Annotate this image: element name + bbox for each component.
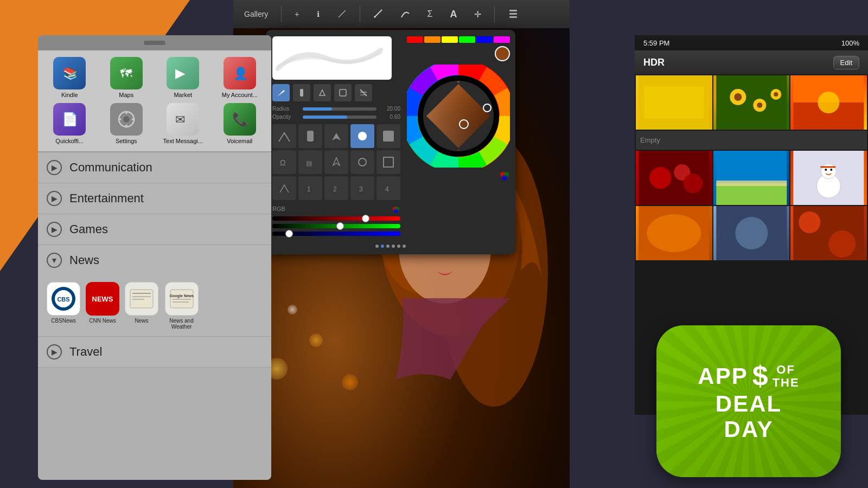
r-slider[interactable] <box>272 216 400 221</box>
app-item-quickoffice[interactable]: 📄 Quickoffi... <box>43 103 96 145</box>
sigma-btn[interactable]: Σ <box>423 7 437 21</box>
svg-line-28 <box>374 16 375 17</box>
brush-tool-2[interactable] <box>293 84 310 101</box>
brush-cell-6[interactable]: Ω <box>272 150 296 174</box>
photo-abstract2[interactable] <box>713 206 790 260</box>
news-app-cbsnews[interactable]: CBS CBSNews <box>47 282 80 330</box>
layers-btn[interactable] <box>503 6 523 23</box>
brush-cell-14[interactable]: 3 <box>350 176 374 200</box>
dot-2-active[interactable] <box>381 245 384 248</box>
app-item-text[interactable]: ✉ Text Messagi... <box>157 103 209 145</box>
svg-text:3: 3 <box>359 185 363 193</box>
app-icon-quickoffice: 📄 <box>53 103 86 136</box>
brush-btn[interactable] <box>333 7 351 22</box>
dot-6[interactable] <box>403 245 406 248</box>
menu-item-communication[interactable]: ▶ Communication <box>38 152 271 183</box>
photo-snowman[interactable] <box>790 151 867 205</box>
svg-text:▶: ▶ <box>175 66 186 80</box>
opacity-slider[interactable] <box>303 115 376 119</box>
pen-btn[interactable] <box>369 7 387 22</box>
info-btn[interactable]: ℹ <box>312 8 324 21</box>
dot-1[interactable] <box>375 245 379 248</box>
menu-label-entertainment: Entertainment <box>69 191 144 206</box>
brush-tool-5[interactable] <box>355 84 372 101</box>
svg-rect-13 <box>130 290 153 308</box>
photo-yellow[interactable] <box>636 75 712 130</box>
g-thumb <box>336 222 344 230</box>
add-btn[interactable]: + <box>290 8 303 21</box>
svg-rect-30 <box>509 13 517 15</box>
swatch-orange[interactable] <box>424 36 441 43</box>
color-mode-btn[interactable] <box>499 171 510 184</box>
opacity-value: 0.60 <box>381 114 400 120</box>
app-item-market[interactable]: ▶ Market <box>157 57 209 99</box>
menu-item-travel[interactable]: ▶ Travel <box>38 337 271 368</box>
radius-value: 20.00 <box>381 106 400 112</box>
brush-cell-12[interactable]: 1 <box>298 176 322 200</box>
brush-cell-9[interactable] <box>350 150 374 174</box>
svg-rect-37 <box>307 131 314 142</box>
photo-beach[interactable] <box>713 151 790 205</box>
app-item-voicemail[interactable]: 📞 Voicemail <box>214 103 266 145</box>
menu-item-news[interactable]: ▼ News <box>38 245 271 275</box>
photo-abstract1[interactable] <box>636 206 712 260</box>
app-deal-badge[interactable]: APP $ OF THE DEAL DAY <box>656 325 841 477</box>
brush-cell-15[interactable]: 4 <box>376 176 400 200</box>
move-btn[interactable]: ✛ <box>470 7 486 22</box>
chevron-right-entertainment: ▶ <box>47 191 62 206</box>
badge-row-1: APP $ OF THE <box>698 361 799 391</box>
ios-edit-button[interactable]: Edit <box>833 56 859 69</box>
toolbar-divider-2 <box>360 6 360 22</box>
swatch-green[interactable] <box>459 36 475 43</box>
swatch-red[interactable] <box>407 36 423 43</box>
brush-cell-11[interactable] <box>272 176 296 200</box>
dot-4[interactable] <box>392 245 395 248</box>
radius-slider[interactable] <box>303 107 376 111</box>
brush-cell-2[interactable] <box>298 124 322 148</box>
brush-cell-4[interactable] <box>350 124 374 148</box>
radius-fill <box>303 107 332 111</box>
dot-3[interactable] <box>386 245 390 248</box>
color-wheel[interactable] <box>407 65 510 168</box>
app-item-maps[interactable]: 🗺 Maps <box>100 57 153 99</box>
app-item-kindle[interactable]: 📚 Kindle <box>43 57 96 99</box>
chevron-right-games: ▶ <box>47 222 62 237</box>
brush-cell-5[interactable] <box>376 124 400 148</box>
app-grid: 📚 Kindle 🗺 Maps ▶ Market 👤 My Account... <box>38 50 271 151</box>
curve-btn[interactable] <box>396 7 414 22</box>
brush-cell-7[interactable]: ▤ <box>298 150 322 174</box>
photo-abstract3[interactable] <box>790 206 867 260</box>
swatch-magenta[interactable] <box>494 36 510 43</box>
panel-handle[interactable] <box>38 35 271 50</box>
brush-tool-3[interactable] <box>314 84 331 101</box>
brush-cell-13[interactable]: 2 <box>324 176 348 200</box>
brush-cell-10[interactable] <box>376 150 400 174</box>
app-item-myaccount[interactable]: 👤 My Account... <box>214 57 266 99</box>
b-slider[interactable] <box>272 232 400 236</box>
swatch-blue[interactable] <box>476 36 493 43</box>
app-icon-myaccount: 👤 <box>224 57 256 89</box>
color-swatches-top <box>407 36 510 43</box>
news-app-news[interactable]: News <box>125 282 158 330</box>
news-app-cnnnews[interactable]: NEWS CNN News <box>86 282 119 330</box>
news-app-newsweather[interactable]: Google News News and Weather <box>164 282 199 330</box>
selected-color-swatch[interactable] <box>495 46 510 61</box>
gallery-btn[interactable]: Gallery <box>240 8 272 21</box>
swatch-yellow[interactable] <box>442 36 458 43</box>
svg-point-67 <box>734 93 742 101</box>
brush-cell-8[interactable] <box>324 150 348 174</box>
app-item-settings[interactable]: Settings <box>100 103 153 145</box>
dot-5[interactable] <box>397 245 400 248</box>
brush-tool-active[interactable] <box>272 84 290 101</box>
text-btn[interactable]: A <box>445 7 461 22</box>
menu-item-games[interactable]: ▶ Games <box>38 214 271 245</box>
photo-sunset[interactable] <box>790 75 867 130</box>
brush-cell-3[interactable] <box>324 124 348 148</box>
g-slider[interactable] <box>272 224 400 228</box>
brush-cell-1[interactable] <box>272 124 296 148</box>
photo-sunflowers[interactable] <box>713 75 790 130</box>
brush-tool-4[interactable] <box>334 84 352 101</box>
svg-text:✉: ✉ <box>175 113 185 126</box>
menu-item-entertainment[interactable]: ▶ Entertainment <box>38 183 271 214</box>
photo-roses[interactable] <box>636 151 712 205</box>
